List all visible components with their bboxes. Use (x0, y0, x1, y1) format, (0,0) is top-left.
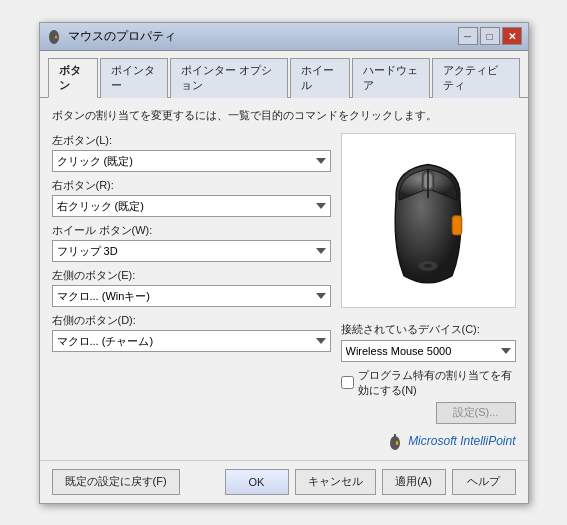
svg-point-2 (55, 36, 57, 39)
wheel-button-label: ホイール ボタン(W): (52, 223, 331, 238)
tab-hardware[interactable]: ハードウェア (352, 58, 430, 98)
wheel-button-select[interactable]: フリップ 3D (52, 240, 331, 262)
wheel-button-group: ホイール ボタン(W): フリップ 3D (52, 223, 331, 262)
tab-pointer-option[interactable]: ポインター オプション (170, 58, 288, 98)
right-button-label: 右ボタン(R): (52, 178, 331, 193)
right-side-button-label: 右側のボタン(D): (52, 313, 331, 328)
intellipoint-text: Microsoft IntelliPoint (408, 434, 515, 448)
program-assignment-row: プログラム特有の割り当てを有効にする(N) (341, 368, 516, 398)
description-text: ボタンの割り当てを変更するには、一覧で目的のコマンドをクリックします。 (52, 108, 516, 123)
cancel-button[interactable]: キャンセル (295, 469, 376, 495)
device-label: 接続されているデバイス(C): (341, 322, 516, 337)
window-icon (46, 28, 62, 44)
svg-point-11 (396, 441, 398, 445)
left-button-group: 左ボタン(L): クリック (既定) (52, 133, 331, 172)
title-bar-left: マウスのプロパティ (46, 28, 176, 45)
left-panel: 左ボタン(L): クリック (既定) 右ボタン(R): 右クリック (既定) ホ… (52, 133, 331, 450)
minimize-button[interactable]: ─ (458, 27, 478, 45)
main-area: 左ボタン(L): クリック (既定) 右ボタン(R): 右クリック (既定) ホ… (52, 133, 516, 450)
settings-button[interactable]: 設定(S)... (436, 402, 516, 424)
tab-bar: ボタン ポインター ポインター オプション ホイール ハードウェア アクティビテ… (40, 51, 528, 98)
right-side-button-select[interactable]: マクロ... (チャーム) (52, 330, 331, 352)
svg-rect-5 (452, 216, 462, 235)
title-controls: ─ □ ✕ (458, 27, 522, 45)
right-button-select[interactable]: 右クリック (既定) (52, 195, 331, 217)
help-button[interactable]: ヘルプ (452, 469, 516, 495)
mouse-image (341, 133, 516, 308)
ok-button[interactable]: OK (225, 469, 289, 495)
left-side-button-label: 左側のボタン(E): (52, 268, 331, 283)
intellipoint-row: Microsoft IntelliPoint (341, 432, 516, 450)
apply-button[interactable]: 適用(A) (382, 469, 446, 495)
left-side-button-select[interactable]: マクロ... (Winキー) (52, 285, 331, 307)
window-title: マウスのプロパティ (68, 28, 176, 45)
tab-pointer[interactable]: ポインター (100, 58, 169, 98)
program-assignment-checkbox[interactable] (341, 376, 354, 389)
tab-activity[interactable]: アクティビティ (432, 58, 519, 98)
mouse-illustration (373, 150, 483, 290)
svg-point-9 (390, 436, 400, 450)
left-button-select[interactable]: クリック (既定) (52, 150, 331, 172)
reset-button[interactable]: 既定の設定に戻す(F) (52, 469, 180, 495)
program-assignment-label: プログラム特有の割り当てを有効にする(N) (358, 368, 516, 398)
tab-wheel[interactable]: ホイール (290, 58, 349, 98)
svg-rect-10 (394, 434, 396, 438)
left-side-button-group: 左側のボタン(E): マクロ... (Winキー) (52, 268, 331, 307)
close-button[interactable]: ✕ (502, 27, 522, 45)
maximize-button[interactable]: □ (480, 27, 500, 45)
title-bar: マウスのプロパティ ─ □ ✕ (40, 23, 528, 51)
right-button-group: 右ボタン(R): 右クリック (既定) (52, 178, 331, 217)
bottom-bar: 既定の設定に戻す(F) OK キャンセル 適用(A) ヘルプ (40, 460, 528, 503)
device-section: 接続されているデバイス(C): Wireless Mouse 5000 (341, 322, 516, 362)
left-button-label: 左ボタン(L): (52, 133, 331, 148)
action-buttons: OK キャンセル 適用(A) ヘルプ (225, 469, 516, 495)
right-panel: 接続されているデバイス(C): Wireless Mouse 5000 プログラ… (341, 133, 516, 450)
svg-rect-1 (53, 30, 55, 33)
device-select[interactable]: Wireless Mouse 5000 (341, 340, 516, 362)
svg-point-7 (424, 264, 432, 268)
content-area: ボタンの割り当てを変更するには、一覧で目的のコマンドをクリックします。 左ボタン… (40, 98, 528, 460)
right-side-button-group: 右側のボタン(D): マクロ... (チャーム) (52, 313, 331, 352)
intellipoint-icon (386, 432, 404, 450)
main-window: マウスのプロパティ ─ □ ✕ ボタン ポインター ポインター オプション ホイ… (39, 22, 529, 504)
tab-button[interactable]: ボタン (48, 58, 98, 98)
settings-btn-row: 設定(S)... (341, 402, 516, 424)
